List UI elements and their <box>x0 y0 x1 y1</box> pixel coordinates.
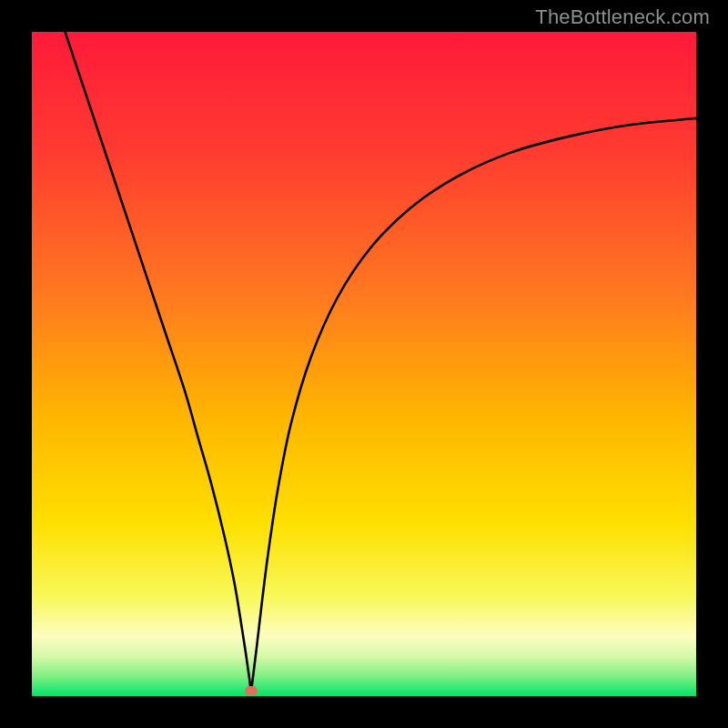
chart-frame: TheBottleneck.com <box>0 0 728 728</box>
plot-area <box>32 32 696 696</box>
min-marker <box>245 686 258 695</box>
watermark-text: TheBottleneck.com <box>535 5 710 29</box>
bottleneck-curve <box>32 32 696 696</box>
